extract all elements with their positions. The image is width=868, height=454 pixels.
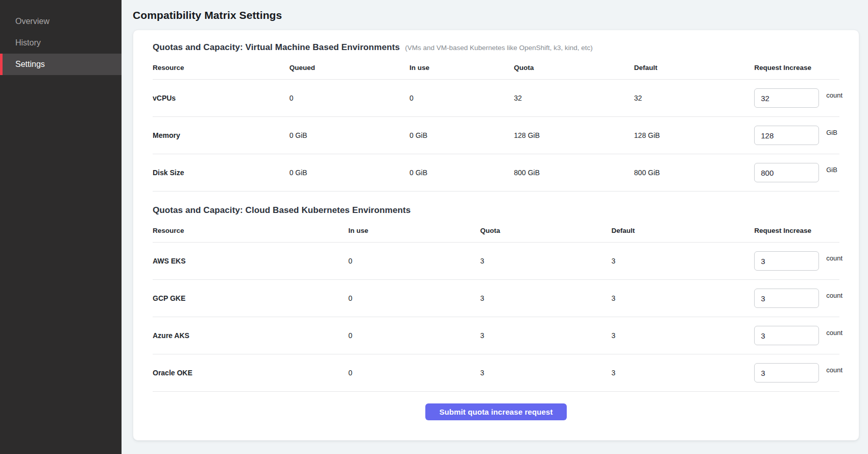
cell-request-increase: count <box>754 326 839 345</box>
sidebar-item-label: Settings <box>15 60 45 69</box>
request-increase-input[interactable] <box>754 326 819 345</box>
cell-in-use: 0 <box>348 331 480 340</box>
unit-label: count <box>826 329 842 337</box>
column-header: Resource <box>153 227 348 234</box>
vm-section-heading: Quotas and Capacity: Virtual Machine Bas… <box>153 42 839 53</box>
main-content: Compatibility Matrix Settings Quotas and… <box>122 0 868 454</box>
request-increase-input[interactable] <box>754 251 819 271</box>
cell-resource: vCPUs <box>153 94 290 102</box>
unit-label: GiB <box>826 129 837 136</box>
sidebar-item-label: History <box>15 38 41 47</box>
request-increase-input[interactable] <box>754 289 819 308</box>
column-header: Default <box>611 227 754 234</box>
cell-in-use: 0 GiB <box>409 169 514 177</box>
column-header: Queued <box>290 64 409 71</box>
column-header: Request Increase <box>754 64 839 71</box>
cell-default: 128 GiB <box>634 131 754 139</box>
table-row: Oracle OKE033count <box>153 354 839 392</box>
column-header: Default <box>634 64 754 71</box>
cell-queued: 0 <box>290 94 409 102</box>
cell-request-increase: count <box>754 289 839 308</box>
cell-default: 32 <box>634 94 754 102</box>
sidebar-item-history[interactable]: History <box>0 32 122 54</box>
unit-label: count <box>826 91 842 99</box>
sidebar-item-label: Overview <box>15 17 50 26</box>
cell-request-increase: GiB <box>754 126 839 145</box>
request-increase-input[interactable] <box>754 163 819 182</box>
column-header: In use <box>409 64 514 71</box>
page-title: Compatibility Matrix Settings <box>133 9 859 21</box>
cloud-section-title: Quotas and Capacity: Cloud Based Kuberne… <box>153 205 411 216</box>
cell-in-use: 0 <box>348 294 480 302</box>
cell-request-increase: count <box>754 88 839 108</box>
vm-section-title: Quotas and Capacity: Virtual Machine Bas… <box>153 42 400 53</box>
sidebar-item-settings[interactable]: Settings <box>0 54 122 75</box>
column-header: Request Increase <box>754 227 839 234</box>
table-header-row: ResourceQueuedIn useQuotaDefaultRequest … <box>153 60 839 80</box>
cell-request-increase: count <box>754 251 839 271</box>
quota-settings-card: Quotas and Capacity: Virtual Machine Bas… <box>133 30 859 441</box>
cell-default: 3 <box>611 369 754 377</box>
cell-default: 3 <box>611 331 754 340</box>
column-header: Quota <box>480 227 612 234</box>
request-increase-input[interactable] <box>754 363 819 383</box>
active-indicator-bar <box>0 54 3 75</box>
cell-quota: 128 GiB <box>514 131 634 139</box>
column-header: Quota <box>514 64 634 71</box>
table-row: Azure AKS033count <box>153 317 839 354</box>
cell-quota: 3 <box>480 369 612 377</box>
table-row: vCPUs003232count <box>153 80 839 117</box>
unit-label: GiB <box>826 166 837 174</box>
cell-resource: Azure AKS <box>153 331 348 340</box>
table-row: GCP GKE033count <box>153 280 839 317</box>
cell-resource: Memory <box>153 131 290 139</box>
cell-quota: 3 <box>480 331 612 340</box>
cell-default: 3 <box>611 257 754 265</box>
cell-resource: Oracle OKE <box>153 369 348 377</box>
cell-default: 3 <box>611 294 754 302</box>
cloud-quota-table: ResourceIn useQuotaDefaultRequest Increa… <box>153 223 839 392</box>
cell-quota: 3 <box>480 294 612 302</box>
cell-in-use: 0 <box>348 369 480 377</box>
unit-label: count <box>826 254 842 262</box>
column-header: In use <box>348 227 480 234</box>
cell-in-use: 0 <box>348 257 480 265</box>
cell-in-use: 0 GiB <box>409 131 514 139</box>
unit-label: count <box>826 292 842 299</box>
table-header-row: ResourceIn useQuotaDefaultRequest Increa… <box>153 223 839 243</box>
cell-queued: 0 GiB <box>290 131 409 139</box>
column-header: Resource <box>153 64 290 71</box>
request-increase-input[interactable] <box>754 126 819 145</box>
cell-default: 800 GiB <box>634 169 754 177</box>
cell-quota: 800 GiB <box>514 169 634 177</box>
cell-in-use: 0 <box>409 94 514 102</box>
unit-label: count <box>826 366 842 374</box>
cell-request-increase: count <box>754 363 839 383</box>
table-row: Memory0 GiB0 GiB128 GiB128 GiBGiB <box>153 117 839 154</box>
cell-resource: AWS EKS <box>153 257 348 265</box>
sidebar: Overview History Settings <box>0 0 122 454</box>
cell-resource: Disk Size <box>153 169 290 177</box>
table-row: AWS EKS033count <box>153 243 839 280</box>
vm-section-subtitle: (VMs and VM-based Kubernetes like OpenSh… <box>405 44 593 52</box>
button-row: Submit quota increase request <box>153 403 839 420</box>
table-row: Disk Size0 GiB0 GiB800 GiB800 GiBGiB <box>153 154 839 192</box>
request-increase-input[interactable] <box>754 88 819 108</box>
app-root: Overview History Settings Compatibility … <box>0 0 868 454</box>
cell-resource: GCP GKE <box>153 294 348 302</box>
submit-quota-button[interactable]: Submit quota increase request <box>425 403 566 420</box>
sidebar-nav: Overview History Settings <box>0 0 122 75</box>
cloud-section-heading: Quotas and Capacity: Cloud Based Kuberne… <box>153 205 839 216</box>
vm-quota-table: ResourceQueuedIn useQuotaDefaultRequest … <box>153 60 839 192</box>
cell-quota: 32 <box>514 94 634 102</box>
cell-queued: 0 GiB <box>290 169 409 177</box>
sidebar-item-overview[interactable]: Overview <box>0 11 122 32</box>
cell-request-increase: GiB <box>754 163 839 182</box>
cell-quota: 3 <box>480 257 612 265</box>
